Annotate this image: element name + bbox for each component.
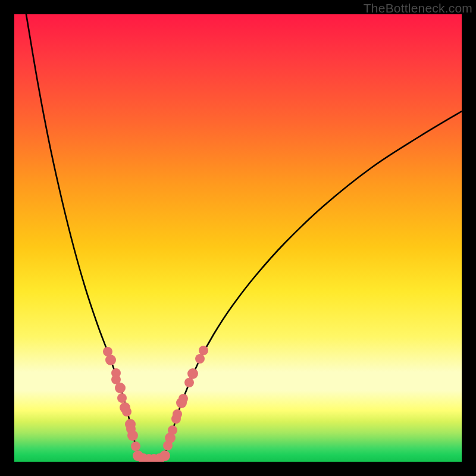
scatter-dot-left [122,407,131,416]
scatter-dot-right [184,378,194,387]
scatter-dot-right [173,409,182,419]
scatter-dot-right [178,394,188,403]
scatter-dot-right [195,354,205,364]
scatter-dot-right [187,368,198,379]
scatter-dot-left [127,430,138,441]
chart-frame: TheBottleneck.com [0,0,476,476]
curve-group [26,14,462,461]
scatter-dot-right [199,346,208,355]
scatter-dots [103,346,208,462]
scatter-dot-left [115,383,126,393]
scatter-dot-trough [159,450,170,461]
curve-right-branch [163,111,462,459]
scatter-dot-right [168,425,177,435]
chart-svg [14,14,462,462]
scatter-dot-left [105,355,116,365]
scatter-dot-left [117,393,127,403]
watermark-text: TheBottleneck.com [364,1,472,15]
scatter-dot-left [131,441,140,451]
plot-area [14,14,462,462]
curve-left-branch [26,14,142,459]
